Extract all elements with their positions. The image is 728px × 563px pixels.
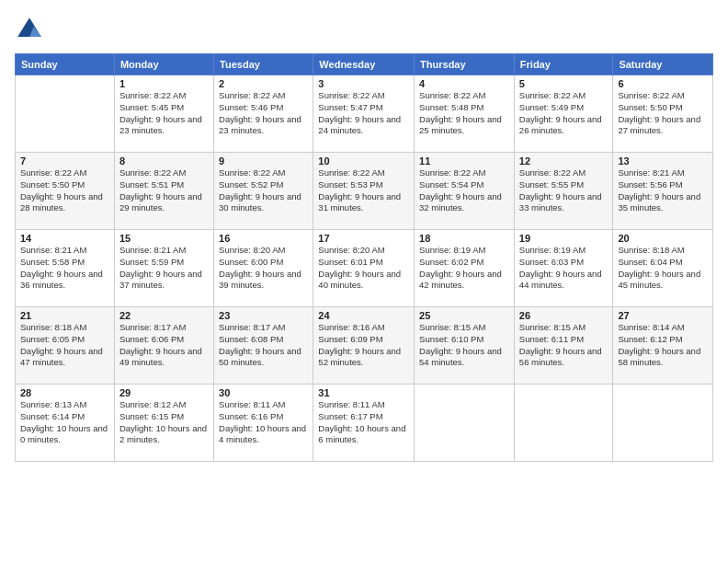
day-number: 15 xyxy=(119,233,209,244)
day-info: Sunrise: 8:18 AMSunset: 6:04 PMDaylight:… xyxy=(618,245,708,292)
day-number: 16 xyxy=(219,233,308,244)
day-info: Sunrise: 8:15 AMSunset: 6:10 PMDaylight:… xyxy=(419,322,509,369)
day-number: 24 xyxy=(318,310,409,321)
calendar-cell: 24Sunrise: 8:16 AMSunset: 6:09 PMDayligh… xyxy=(313,307,415,385)
day-info: Sunrise: 8:22 AMSunset: 5:47 PMDaylight:… xyxy=(318,90,409,137)
calendar-cell: 4Sunrise: 8:22 AMSunset: 5:48 PMDaylight… xyxy=(415,75,515,153)
calendar-cell: 2Sunrise: 8:22 AMSunset: 5:46 PMDaylight… xyxy=(214,75,313,153)
day-info: Sunrise: 8:17 AMSunset: 6:08 PMDaylight:… xyxy=(219,322,308,369)
day-number: 12 xyxy=(519,155,609,167)
calendar-week-row: 28Sunrise: 8:13 AMSunset: 6:14 PMDayligh… xyxy=(16,385,713,462)
day-info: Sunrise: 8:11 AMSunset: 6:16 PMDaylight:… xyxy=(219,399,308,446)
day-info: Sunrise: 8:21 AMSunset: 5:56 PMDaylight:… xyxy=(618,167,708,214)
day-number: 19 xyxy=(519,233,609,244)
calendar-cell: 23Sunrise: 8:17 AMSunset: 6:08 PMDayligh… xyxy=(214,307,313,385)
calendar-week-row: 1Sunrise: 8:22 AMSunset: 5:45 PMDaylight… xyxy=(16,75,713,153)
calendar-week-row: 7Sunrise: 8:22 AMSunset: 5:50 PMDaylight… xyxy=(16,153,713,230)
calendar-cell: 5Sunrise: 8:22 AMSunset: 5:49 PMDaylight… xyxy=(514,75,613,153)
day-number: 17 xyxy=(318,233,409,244)
calendar-table: SundayMondayTuesdayWednesdayThursdayFrid… xyxy=(15,53,713,462)
day-number: 11 xyxy=(419,155,509,167)
calendar-cell: 12Sunrise: 8:22 AMSunset: 5:55 PMDayligh… xyxy=(514,153,613,230)
day-number: 14 xyxy=(20,233,109,244)
day-info: Sunrise: 8:22 AMSunset: 5:50 PMDaylight:… xyxy=(20,167,109,214)
weekday-header-friday: Friday xyxy=(514,54,613,75)
day-info: Sunrise: 8:22 AMSunset: 5:46 PMDaylight:… xyxy=(219,90,308,137)
calendar-cell: 8Sunrise: 8:22 AMSunset: 5:51 PMDaylight… xyxy=(114,153,213,230)
calendar-cell xyxy=(16,75,115,153)
weekday-header-row: SundayMondayTuesdayWednesdayThursdayFrid… xyxy=(16,54,713,75)
weekday-header-sunday: Sunday xyxy=(16,54,115,75)
day-number: 13 xyxy=(618,155,708,167)
day-info: Sunrise: 8:14 AMSunset: 6:12 PMDaylight:… xyxy=(618,322,708,369)
day-info: Sunrise: 8:22 AMSunset: 5:45 PMDaylight:… xyxy=(119,90,209,137)
day-info: Sunrise: 8:19 AMSunset: 6:02 PMDaylight:… xyxy=(419,245,509,292)
day-number: 20 xyxy=(618,233,708,244)
day-number: 27 xyxy=(618,310,708,321)
day-info: Sunrise: 8:22 AMSunset: 5:49 PMDaylight:… xyxy=(519,90,609,137)
calendar-cell: 19Sunrise: 8:19 AMSunset: 6:03 PMDayligh… xyxy=(514,230,613,307)
day-info: Sunrise: 8:21 AMSunset: 5:58 PMDaylight:… xyxy=(20,245,109,292)
day-number: 1 xyxy=(119,78,209,89)
day-number: 28 xyxy=(20,387,109,398)
calendar-cell: 28Sunrise: 8:13 AMSunset: 6:14 PMDayligh… xyxy=(16,385,115,462)
day-number: 2 xyxy=(219,78,308,89)
day-info: Sunrise: 8:22 AMSunset: 5:54 PMDaylight:… xyxy=(419,167,509,214)
day-info: Sunrise: 8:15 AMSunset: 6:11 PMDaylight:… xyxy=(519,322,609,369)
day-number: 3 xyxy=(318,78,409,89)
day-info: Sunrise: 8:17 AMSunset: 6:06 PMDaylight:… xyxy=(119,322,209,369)
day-info: Sunrise: 8:19 AMSunset: 6:03 PMDaylight:… xyxy=(519,245,609,292)
calendar-cell: 20Sunrise: 8:18 AMSunset: 6:04 PMDayligh… xyxy=(613,230,713,307)
calendar-cell: 17Sunrise: 8:20 AMSunset: 6:01 PMDayligh… xyxy=(313,230,415,307)
calendar-cell: 15Sunrise: 8:21 AMSunset: 5:59 PMDayligh… xyxy=(114,230,213,307)
calendar-cell: 25Sunrise: 8:15 AMSunset: 6:10 PMDayligh… xyxy=(415,307,515,385)
calendar-cell: 31Sunrise: 8:11 AMSunset: 6:17 PMDayligh… xyxy=(313,385,415,462)
day-number: 21 xyxy=(20,310,109,321)
page: SundayMondayTuesdayWednesdayThursdayFrid… xyxy=(0,0,728,563)
calendar-cell: 6Sunrise: 8:22 AMSunset: 5:50 PMDaylight… xyxy=(613,75,713,153)
weekday-header-monday: Monday xyxy=(114,54,213,75)
calendar-cell: 26Sunrise: 8:15 AMSunset: 6:11 PMDayligh… xyxy=(514,307,613,385)
logo-icon xyxy=(15,15,44,44)
day-info: Sunrise: 8:22 AMSunset: 5:50 PMDaylight:… xyxy=(618,90,708,137)
day-number: 26 xyxy=(519,310,609,321)
calendar-cell: 11Sunrise: 8:22 AMSunset: 5:54 PMDayligh… xyxy=(415,153,515,230)
calendar-cell: 3Sunrise: 8:22 AMSunset: 5:47 PMDaylight… xyxy=(313,75,415,153)
day-info: Sunrise: 8:16 AMSunset: 6:09 PMDaylight:… xyxy=(318,322,409,369)
calendar-cell xyxy=(514,385,613,462)
calendar-cell: 7Sunrise: 8:22 AMSunset: 5:50 PMDaylight… xyxy=(16,153,115,230)
calendar-cell: 9Sunrise: 8:22 AMSunset: 5:52 PMDaylight… xyxy=(214,153,313,230)
day-info: Sunrise: 8:22 AMSunset: 5:53 PMDaylight:… xyxy=(318,167,409,214)
logo xyxy=(15,15,48,44)
calendar-cell xyxy=(415,385,515,462)
calendar-cell xyxy=(613,385,713,462)
calendar-cell: 16Sunrise: 8:20 AMSunset: 6:00 PMDayligh… xyxy=(214,230,313,307)
calendar-cell: 30Sunrise: 8:11 AMSunset: 6:16 PMDayligh… xyxy=(214,385,313,462)
day-number: 10 xyxy=(318,155,409,167)
calendar-cell: 14Sunrise: 8:21 AMSunset: 5:58 PMDayligh… xyxy=(16,230,115,307)
day-number: 30 xyxy=(219,387,308,398)
calendar-cell: 1Sunrise: 8:22 AMSunset: 5:45 PMDaylight… xyxy=(114,75,213,153)
calendar-week-row: 21Sunrise: 8:18 AMSunset: 6:05 PMDayligh… xyxy=(16,307,713,385)
day-info: Sunrise: 8:12 AMSunset: 6:15 PMDaylight:… xyxy=(119,399,209,446)
day-info: Sunrise: 8:22 AMSunset: 5:52 PMDaylight:… xyxy=(219,167,308,214)
calendar-cell: 18Sunrise: 8:19 AMSunset: 6:02 PMDayligh… xyxy=(415,230,515,307)
day-number: 25 xyxy=(419,310,509,321)
day-info: Sunrise: 8:13 AMSunset: 6:14 PMDaylight:… xyxy=(20,399,109,446)
day-number: 31 xyxy=(318,387,409,398)
day-info: Sunrise: 8:22 AMSunset: 5:48 PMDaylight:… xyxy=(419,90,509,137)
calendar-cell: 29Sunrise: 8:12 AMSunset: 6:15 PMDayligh… xyxy=(114,385,213,462)
calendar-week-row: 14Sunrise: 8:21 AMSunset: 5:58 PMDayligh… xyxy=(16,230,713,307)
day-number: 8 xyxy=(119,155,209,167)
calendar-cell: 22Sunrise: 8:17 AMSunset: 6:06 PMDayligh… xyxy=(114,307,213,385)
calendar-cell: 21Sunrise: 8:18 AMSunset: 6:05 PMDayligh… xyxy=(16,307,115,385)
day-info: Sunrise: 8:11 AMSunset: 6:17 PMDaylight:… xyxy=(318,399,409,446)
day-info: Sunrise: 8:21 AMSunset: 5:59 PMDaylight:… xyxy=(119,245,209,292)
day-number: 9 xyxy=(219,155,308,167)
weekday-header-tuesday: Tuesday xyxy=(214,54,313,75)
day-number: 23 xyxy=(219,310,308,321)
day-number: 4 xyxy=(419,78,509,89)
day-info: Sunrise: 8:22 AMSunset: 5:51 PMDaylight:… xyxy=(119,167,209,214)
weekday-header-saturday: Saturday xyxy=(613,54,713,75)
day-number: 29 xyxy=(119,387,209,398)
